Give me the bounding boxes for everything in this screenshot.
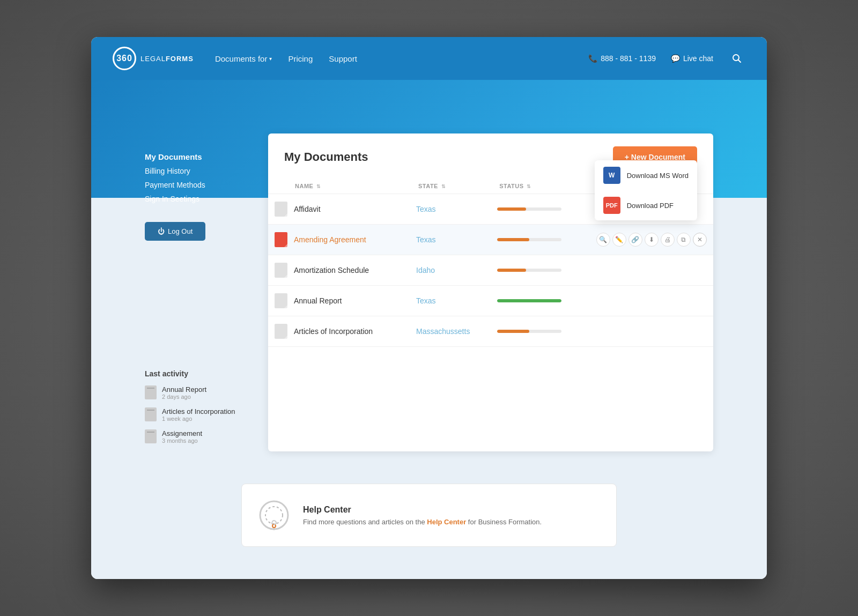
logo-circle: 360 [113, 47, 136, 70]
col-header-name: NAME ⇅ [268, 179, 410, 194]
help-center-description: Find more questions and articles on the … [303, 518, 542, 526]
download-pdf-item[interactable]: PDF Download PDF [595, 190, 697, 220]
activity-item-time: 3 months ago [162, 437, 202, 444]
list-item: Assignement 3 months ago [145, 429, 268, 444]
document-name: Annual Report [294, 296, 342, 305]
doc-icon [145, 407, 157, 421]
logo: 360 LEGALFORMS [113, 47, 194, 70]
sidebar-item-sign-in-settings[interactable]: Sign In Seetings [145, 192, 268, 206]
content-wrapper: My Documents Billing History Payment Met… [145, 133, 713, 451]
logo-bold-text: FORMS [166, 55, 194, 63]
status-bar [497, 207, 561, 211]
search-button[interactable] [728, 50, 745, 67]
activity-item-name: Annual Report [162, 385, 206, 394]
document-name: Affidavit [294, 205, 321, 213]
table-row[interactable]: Amortization Schedule Idaho [268, 255, 713, 286]
doc-name-cell: Annual Report [275, 293, 403, 308]
logout-button[interactable]: ⏻ Log Out [145, 222, 205, 241]
document-icon [275, 263, 287, 278]
doc-name-cell: Amortization Schedule [275, 263, 403, 278]
logo-text: LEGALFORMS [140, 55, 194, 63]
link-icon[interactable]: 🔗 [628, 233, 642, 247]
browser-window: 360 LEGALFORMS Documents for ▾ Pricing S… [91, 37, 767, 579]
sidebar-item-my-documents[interactable]: My Documents [145, 150, 268, 164]
status-fill [497, 269, 526, 272]
download-icon[interactable]: ⬇ [645, 233, 659, 247]
status-fill [497, 299, 561, 302]
nav-right: 📞 888 - 881 - 1139 💬 Live chat [588, 50, 745, 67]
page-title: My Documents [284, 150, 368, 164]
download-dropdown: W Download MS Word PDF Download PDF [595, 160, 697, 220]
help-center-icon [258, 499, 290, 531]
document-state: Massachussetts [416, 327, 470, 336]
navbar: 360 LEGALFORMS Documents for ▾ Pricing S… [91, 37, 767, 80]
status-bar [497, 299, 561, 302]
list-item: Annual Report 2 days ago [145, 385, 268, 400]
document-state: Texas [416, 296, 436, 305]
help-center: Help Center Find more questions and arti… [241, 484, 617, 547]
main-content: My Documents Billing History Payment Met… [91, 198, 767, 579]
chevron-down-icon: ▾ [269, 56, 272, 62]
activity-item-time: 2 days ago [162, 394, 206, 400]
help-center-text: Help Center Find more questions and arti… [303, 505, 542, 526]
document-state: Texas [416, 235, 436, 244]
close-icon[interactable]: ✕ [693, 233, 707, 247]
logo-light-text: LEGAL [140, 55, 166, 63]
sort-icon: ⇅ [527, 184, 531, 189]
sidebar-item-billing-history[interactable]: Billing History [145, 164, 268, 178]
doc-icon [145, 385, 157, 399]
activity-item-time: 1 week ago [162, 415, 235, 422]
sidebar-activity: Last activity Annual Report 2 days ago A… [145, 359, 268, 444]
sidebar-nav: My Documents Billing History Payment Met… [145, 133, 268, 241]
list-item: Articles of Incorporation 1 week ago [145, 407, 268, 422]
print-icon[interactable]: 🖨 [661, 233, 675, 247]
activity-item-name: Assignement [162, 429, 202, 437]
nav-support[interactable]: Support [329, 54, 357, 63]
table-row[interactable]: Amending Agreement Texas 🔍 ✏️ 🔗 ⬇ 🖨 ⧉ ✕ [268, 225, 713, 255]
help-center-title: Help Center [303, 505, 542, 515]
sidebar: My Documents Billing History Payment Met… [145, 133, 268, 451]
document-icon [275, 202, 287, 217]
phone-icon: 📞 [588, 54, 597, 63]
help-center-link[interactable]: Help Center [427, 518, 466, 526]
document-icon [275, 293, 287, 308]
edit-icon[interactable]: ✏️ [612, 233, 626, 247]
document-icon [275, 324, 287, 339]
document-name: Amending Agreement [294, 235, 366, 244]
doc-name-cell: Affidavit [275, 202, 403, 217]
nav-documents-for[interactable]: Documents for ▾ [215, 54, 272, 63]
status-fill [497, 330, 529, 333]
nav-pricing[interactable]: Pricing [288, 54, 313, 63]
download-word-item[interactable]: W Download MS Word [595, 160, 697, 190]
table-row[interactable]: Annual Report Texas [268, 286, 713, 316]
activity-title: Last activity [145, 369, 268, 378]
svg-point-3 [265, 507, 283, 524]
document-state: Idaho [416, 266, 435, 274]
activity-item-name: Articles of Incorporation [162, 407, 235, 415]
status-fill [497, 238, 529, 241]
doc-icon [145, 429, 157, 443]
sort-icon: ⇅ [441, 184, 446, 189]
row-actions: 🔍 ✏️ 🔗 ⬇ 🖨 ⧉ ✕ [596, 233, 707, 247]
copy-icon[interactable]: ⧉ [677, 233, 691, 247]
status-bar [497, 269, 561, 272]
col-header-status: STATUS ⇅ [491, 179, 590, 194]
nav-chat[interactable]: 💬 Live chat [671, 54, 713, 63]
status-fill [497, 207, 526, 211]
preview-icon[interactable]: 🔍 [596, 233, 610, 247]
sidebar-item-payment-methods[interactable]: Payment Methods [145, 178, 268, 192]
document-name: Articles of Incorporation [294, 327, 373, 336]
doc-name-cell: Amending Agreement [275, 232, 403, 247]
power-icon: ⏻ [158, 227, 165, 235]
word-icon: W [603, 167, 620, 184]
doc-name-cell: Articles of Incorporation [275, 324, 403, 339]
status-bar [497, 238, 561, 241]
table-row[interactable]: Articles of Incorporation Massachussetts [268, 316, 713, 347]
nav-links: Documents for ▾ Pricing Support [215, 54, 567, 63]
nav-phone[interactable]: 📞 888 - 881 - 1139 [588, 54, 656, 63]
document-state: Texas [416, 205, 436, 213]
document-name: Amortization Schedule [294, 266, 369, 274]
col-header-state: STATE ⇅ [410, 179, 491, 194]
document-icon [275, 232, 287, 247]
svg-point-2 [260, 501, 288, 529]
